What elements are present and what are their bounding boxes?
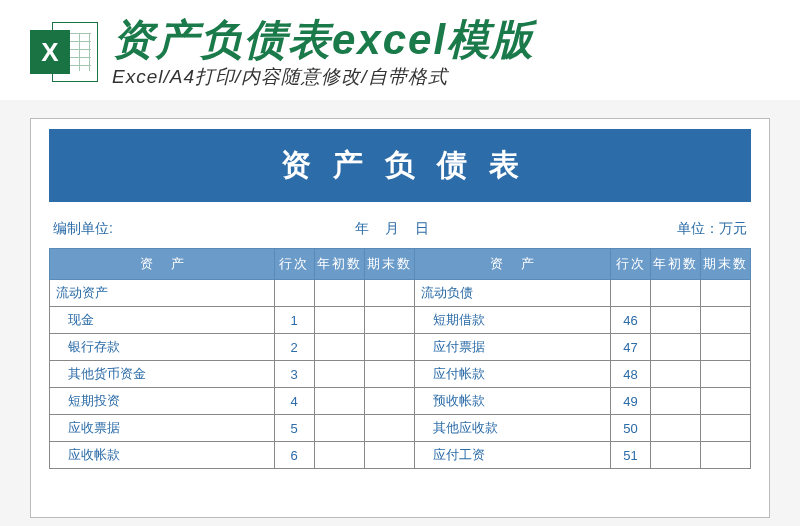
table-header-row: 资产 行次 年初数 期末数 资产 行次 年初数 期末数: [50, 249, 751, 280]
cell-label: 应收帐款: [50, 442, 275, 469]
cell-rownum: 4: [274, 388, 314, 415]
cell-label: 应收票据: [50, 415, 275, 442]
meta-org: 编制单位:: [53, 220, 113, 238]
right-section: 流动负债: [414, 280, 610, 307]
cell-rownum: 46: [611, 307, 651, 334]
cell-label: 短期借款: [414, 307, 610, 334]
page-subtitle: Excel/A4打印/内容随意修改/自带格式: [112, 64, 535, 90]
table-row: 应收帐款 6 应付工资 51: [50, 442, 751, 469]
col-beginning-right: 年初数: [651, 249, 701, 280]
cell-label: 现金: [50, 307, 275, 334]
page-title: 资产负债表excel模版: [112, 18, 535, 62]
balance-table: 资产 行次 年初数 期末数 资产 行次 年初数 期末数 流动资产 流动负债: [49, 248, 751, 469]
sheet-banner: 资产负债表: [49, 129, 751, 202]
cell-rownum: 48: [611, 361, 651, 388]
cell-label: 银行存款: [50, 334, 275, 361]
template-header: X 资产负债表excel模版 Excel/A4打印/内容随意修改/自带格式: [0, 0, 800, 100]
cell-label: 应付票据: [414, 334, 610, 361]
left-section: 流动资产: [50, 280, 275, 307]
table-row: 应收票据 5 其他应收款 50: [50, 415, 751, 442]
col-asset-left: 资产: [50, 249, 275, 280]
meta-unit: 单位：万元: [677, 220, 747, 238]
col-row-right: 行次: [611, 249, 651, 280]
section-row: 流动资产 流动负债: [50, 280, 751, 307]
cell-label: 应付帐款: [414, 361, 610, 388]
cell-rownum: 1: [274, 307, 314, 334]
cell-rownum: 51: [611, 442, 651, 469]
cell-label: 应付工资: [414, 442, 610, 469]
cell-label: 其他应收款: [414, 415, 610, 442]
cell-label: 其他货币资金: [50, 361, 275, 388]
cell-rownum: 5: [274, 415, 314, 442]
col-beginning-left: 年初数: [314, 249, 364, 280]
excel-icon: X: [30, 18, 98, 86]
cell-rownum: 50: [611, 415, 651, 442]
table-row: 银行存款 2 应付票据 47: [50, 334, 751, 361]
table-row: 其他货币资金 3 应付帐款 48: [50, 361, 751, 388]
sheet-preview: 资产负债表 编制单位: 年 月 日 单位：万元 资产 行次 年初数 期末数 资产…: [30, 118, 770, 518]
col-ending-left: 期末数: [364, 249, 414, 280]
cell-rownum: 49: [611, 388, 651, 415]
cell-label: 短期投资: [50, 388, 275, 415]
col-ending-right: 期末数: [701, 249, 751, 280]
table-row: 现金 1 短期借款 46: [50, 307, 751, 334]
cell-rownum: 47: [611, 334, 651, 361]
meta-row: 编制单位: 年 月 日 单位：万元: [49, 202, 751, 248]
cell-rownum: 6: [274, 442, 314, 469]
col-asset-right: 资产: [414, 249, 610, 280]
cell-rownum: 3: [274, 361, 314, 388]
title-group: 资产负债表excel模版 Excel/A4打印/内容随意修改/自带格式: [112, 18, 535, 90]
cell-rownum: 2: [274, 334, 314, 361]
table-row: 短期投资 4 预收帐款 49: [50, 388, 751, 415]
col-row-left: 行次: [274, 249, 314, 280]
meta-date: 年 月 日: [355, 220, 435, 238]
cell-label: 预收帐款: [414, 388, 610, 415]
